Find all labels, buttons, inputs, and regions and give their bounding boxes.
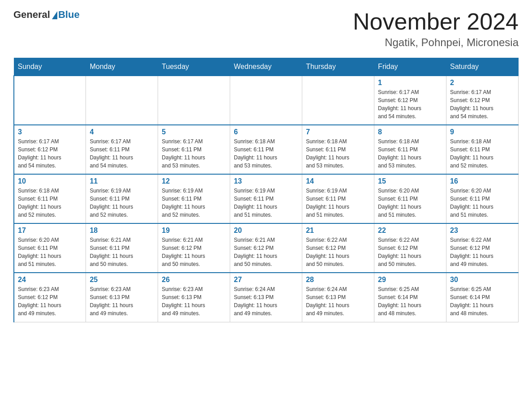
day-cell: 3Sunrise: 6:17 AM Sunset: 6:12 PM Daylig… <box>14 125 86 174</box>
day-info: Sunrise: 6:23 AM Sunset: 6:13 PM Dayligh… <box>90 285 154 317</box>
logo-general-text: General <box>13 9 50 21</box>
day-info: Sunrise: 6:19 AM Sunset: 6:11 PM Dayligh… <box>306 187 370 219</box>
day-cell <box>230 76 302 125</box>
day-cell: 16Sunrise: 6:20 AM Sunset: 6:11 PM Dayli… <box>446 174 519 223</box>
title-block: November 2024 Ngatik, Pohnpei, Micronesi… <box>353 9 519 49</box>
day-number: 5 <box>162 128 226 136</box>
day-cell: 7Sunrise: 6:18 AM Sunset: 6:11 PM Daylig… <box>302 125 374 174</box>
day-cell: 13Sunrise: 6:19 AM Sunset: 6:11 PM Dayli… <box>230 174 302 223</box>
day-cell: 23Sunrise: 6:22 AM Sunset: 6:12 PM Dayli… <box>446 223 519 273</box>
day-cell: 12Sunrise: 6:19 AM Sunset: 6:11 PM Dayli… <box>158 174 230 223</box>
day-number: 29 <box>378 276 442 284</box>
day-cell <box>86 76 158 125</box>
day-cell: 18Sunrise: 6:21 AM Sunset: 6:11 PM Dayli… <box>86 223 158 273</box>
week-row-4: 17Sunrise: 6:20 AM Sunset: 6:11 PM Dayli… <box>14 223 519 273</box>
day-cell: 11Sunrise: 6:19 AM Sunset: 6:11 PM Dayli… <box>86 174 158 223</box>
day-info: Sunrise: 6:18 AM Sunset: 6:11 PM Dayligh… <box>378 137 442 170</box>
day-cell: 20Sunrise: 6:21 AM Sunset: 6:12 PM Dayli… <box>230 223 302 273</box>
weekday-header-friday: Friday <box>374 58 446 76</box>
day-cell: 9Sunrise: 6:18 AM Sunset: 6:11 PM Daylig… <box>446 125 519 174</box>
day-cell: 29Sunrise: 6:25 AM Sunset: 6:14 PM Dayli… <box>374 273 446 322</box>
day-number: 27 <box>234 276 298 284</box>
day-info: Sunrise: 6:23 AM Sunset: 6:13 PM Dayligh… <box>162 285 226 317</box>
day-cell: 27Sunrise: 6:24 AM Sunset: 6:13 PM Dayli… <box>230 273 302 322</box>
day-cell: 1Sunrise: 6:17 AM Sunset: 6:12 PM Daylig… <box>374 76 446 125</box>
day-cell: 2Sunrise: 6:17 AM Sunset: 6:12 PM Daylig… <box>446 76 519 125</box>
day-number: 17 <box>18 227 82 235</box>
day-info: Sunrise: 6:19 AM Sunset: 6:11 PM Dayligh… <box>162 187 226 219</box>
day-cell <box>158 76 230 125</box>
day-cell: 28Sunrise: 6:24 AM Sunset: 6:13 PM Dayli… <box>302 273 374 322</box>
day-info: Sunrise: 6:24 AM Sunset: 6:13 PM Dayligh… <box>234 285 298 317</box>
day-info: Sunrise: 6:20 AM Sunset: 6:11 PM Dayligh… <box>18 236 82 268</box>
day-number: 8 <box>378 128 442 136</box>
day-info: Sunrise: 6:23 AM Sunset: 6:12 PM Dayligh… <box>18 285 82 317</box>
day-number: 10 <box>18 177 82 185</box>
weekday-header-saturday: Saturday <box>446 58 519 76</box>
day-cell <box>14 76 86 125</box>
day-number: 23 <box>450 227 515 235</box>
day-cell: 10Sunrise: 6:18 AM Sunset: 6:11 PM Dayli… <box>14 174 86 223</box>
weekday-header-monday: Monday <box>86 58 158 76</box>
day-info: Sunrise: 6:17 AM Sunset: 6:12 PM Dayligh… <box>378 88 442 120</box>
day-number: 18 <box>90 227 154 235</box>
day-number: 3 <box>18 128 82 136</box>
day-info: Sunrise: 6:25 AM Sunset: 6:14 PM Dayligh… <box>378 285 442 317</box>
day-number: 9 <box>450 128 515 136</box>
day-number: 19 <box>162 227 226 235</box>
day-cell: 22Sunrise: 6:22 AM Sunset: 6:12 PM Dayli… <box>374 223 446 273</box>
day-info: Sunrise: 6:18 AM Sunset: 6:11 PM Dayligh… <box>306 137 370 170</box>
weekday-header-wednesday: Wednesday <box>230 58 302 76</box>
weekday-header-thursday: Thursday <box>302 58 374 76</box>
day-number: 25 <box>90 276 154 284</box>
day-cell: 6Sunrise: 6:18 AM Sunset: 6:11 PM Daylig… <box>230 125 302 174</box>
day-info: Sunrise: 6:18 AM Sunset: 6:11 PM Dayligh… <box>18 187 82 219</box>
day-info: Sunrise: 6:25 AM Sunset: 6:14 PM Dayligh… <box>450 285 515 317</box>
month-title: November 2024 <box>353 9 519 34</box>
day-number: 13 <box>234 177 298 185</box>
day-info: Sunrise: 6:20 AM Sunset: 6:11 PM Dayligh… <box>450 187 515 219</box>
logo: General Blue <box>13 9 80 21</box>
day-cell: 21Sunrise: 6:22 AM Sunset: 6:12 PM Dayli… <box>302 223 374 273</box>
day-info: Sunrise: 6:22 AM Sunset: 6:12 PM Dayligh… <box>378 236 442 268</box>
day-info: Sunrise: 6:19 AM Sunset: 6:11 PM Dayligh… <box>90 187 154 219</box>
day-info: Sunrise: 6:17 AM Sunset: 6:12 PM Dayligh… <box>450 88 515 120</box>
day-number: 12 <box>162 177 226 185</box>
day-info: Sunrise: 6:17 AM Sunset: 6:11 PM Dayligh… <box>90 137 154 170</box>
day-info: Sunrise: 6:18 AM Sunset: 6:11 PM Dayligh… <box>234 137 298 170</box>
day-cell: 8Sunrise: 6:18 AM Sunset: 6:11 PM Daylig… <box>374 125 446 174</box>
day-info: Sunrise: 6:22 AM Sunset: 6:12 PM Dayligh… <box>450 236 515 268</box>
day-info: Sunrise: 6:20 AM Sunset: 6:11 PM Dayligh… <box>378 187 442 219</box>
day-cell: 26Sunrise: 6:23 AM Sunset: 6:13 PM Dayli… <box>158 273 230 322</box>
calendar-table: SundayMondayTuesdayWednesdayThursdayFrid… <box>13 58 519 322</box>
day-cell: 14Sunrise: 6:19 AM Sunset: 6:11 PM Dayli… <box>302 174 374 223</box>
day-info: Sunrise: 6:21 AM Sunset: 6:11 PM Dayligh… <box>90 236 154 268</box>
day-cell: 4Sunrise: 6:17 AM Sunset: 6:11 PM Daylig… <box>86 125 158 174</box>
day-cell: 15Sunrise: 6:20 AM Sunset: 6:11 PM Dayli… <box>374 174 446 223</box>
day-info: Sunrise: 6:22 AM Sunset: 6:12 PM Dayligh… <box>306 236 370 268</box>
day-number: 11 <box>90 177 154 185</box>
day-cell <box>302 76 374 125</box>
day-cell: 24Sunrise: 6:23 AM Sunset: 6:12 PM Dayli… <box>14 273 86 322</box>
weekday-header-row: SundayMondayTuesdayWednesdayThursdayFrid… <box>14 58 519 76</box>
day-number: 26 <box>162 276 226 284</box>
day-number: 30 <box>450 276 515 284</box>
day-cell: 19Sunrise: 6:21 AM Sunset: 6:12 PM Dayli… <box>158 223 230 273</box>
day-number: 22 <box>378 227 442 235</box>
day-cell: 30Sunrise: 6:25 AM Sunset: 6:14 PM Dayli… <box>446 273 519 322</box>
weekday-header-sunday: Sunday <box>14 58 86 76</box>
weekday-header-tuesday: Tuesday <box>158 58 230 76</box>
day-number: 14 <box>306 177 370 185</box>
day-info: Sunrise: 6:21 AM Sunset: 6:12 PM Dayligh… <box>162 236 226 268</box>
week-row-1: 1Sunrise: 6:17 AM Sunset: 6:12 PM Daylig… <box>14 76 519 125</box>
day-info: Sunrise: 6:17 AM Sunset: 6:12 PM Dayligh… <box>18 137 82 170</box>
day-cell: 5Sunrise: 6:17 AM Sunset: 6:11 PM Daylig… <box>158 125 230 174</box>
day-info: Sunrise: 6:17 AM Sunset: 6:11 PM Dayligh… <box>162 137 226 170</box>
day-info: Sunrise: 6:24 AM Sunset: 6:13 PM Dayligh… <box>306 285 370 317</box>
day-number: 2 <box>450 79 515 87</box>
day-number: 1 <box>378 79 442 87</box>
day-info: Sunrise: 6:18 AM Sunset: 6:11 PM Dayligh… <box>450 137 515 170</box>
day-number: 28 <box>306 276 370 284</box>
day-info: Sunrise: 6:19 AM Sunset: 6:11 PM Dayligh… <box>234 187 298 219</box>
day-number: 4 <box>90 128 154 136</box>
